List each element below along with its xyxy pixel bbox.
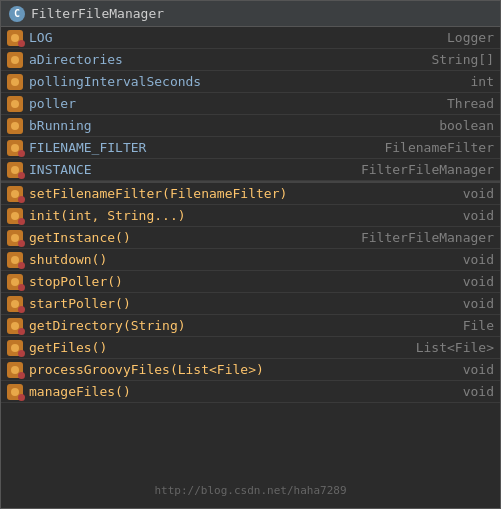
method-return-type: void xyxy=(463,384,494,399)
class-icon: C xyxy=(9,6,25,22)
list-item[interactable]: LOGLogger xyxy=(1,27,500,49)
member-type: FilterFileManager xyxy=(361,162,494,177)
method-name: manageFiles() xyxy=(29,384,455,399)
method-icon xyxy=(7,362,23,378)
list-item[interactable]: setFilenameFilter(FilenameFilter)void xyxy=(1,183,500,205)
method-return-type: void xyxy=(463,208,494,223)
list-item[interactable]: INSTANCEFilterFileManager xyxy=(1,159,500,181)
list-item[interactable]: pollingIntervalSecondsint xyxy=(1,71,500,93)
member-name: INSTANCE xyxy=(29,162,353,177)
method-return-type: void xyxy=(463,362,494,377)
method-icon xyxy=(7,318,23,334)
member-type: Thread xyxy=(447,96,494,111)
method-name: startPoller() xyxy=(29,296,455,311)
list-item[interactable]: init(int, String...)void xyxy=(1,205,500,227)
method-name: getInstance() xyxy=(29,230,353,245)
method-name: shutdown() xyxy=(29,252,455,267)
field-icon xyxy=(7,162,23,178)
method-icon xyxy=(7,186,23,202)
list-item[interactable]: shutdown()void xyxy=(1,249,500,271)
method-icon xyxy=(7,384,23,400)
method-name: getDirectory(String) xyxy=(29,318,455,333)
method-icon xyxy=(7,208,23,224)
members-list: LOGLoggeraDirectoriesString[]pollingInte… xyxy=(1,27,500,403)
list-item[interactable]: pollerThread xyxy=(1,93,500,115)
method-return-type: List<File> xyxy=(416,340,494,355)
member-name: LOG xyxy=(29,30,439,45)
field-icon xyxy=(7,140,23,156)
member-type: FilenameFilter xyxy=(384,140,494,155)
window-title: FilterFileManager xyxy=(31,6,164,21)
list-item[interactable]: processGroovyFiles(List<File>)void xyxy=(1,359,500,381)
member-name: aDirectories xyxy=(29,52,423,67)
title-bar: C FilterFileManager xyxy=(1,1,500,27)
member-type: int xyxy=(471,74,494,89)
method-name: stopPoller() xyxy=(29,274,455,289)
method-icon xyxy=(7,296,23,312)
field-icon xyxy=(7,96,23,112)
list-item[interactable]: stopPoller()void xyxy=(1,271,500,293)
watermark: http://blog.csdn.net/haha7289 xyxy=(154,484,346,497)
member-type: boolean xyxy=(439,118,494,133)
member-name: FILENAME_FILTER xyxy=(29,140,376,155)
member-type: Logger xyxy=(447,30,494,45)
method-return-type: void xyxy=(463,274,494,289)
method-name: processGroovyFiles(List<File>) xyxy=(29,362,455,377)
member-name: bRunning xyxy=(29,118,431,133)
method-icon xyxy=(7,252,23,268)
method-return-type: void xyxy=(463,252,494,267)
list-item[interactable]: aDirectoriesString[] xyxy=(1,49,500,71)
member-type: String[] xyxy=(431,52,494,67)
list-item[interactable]: getDirectory(String)File xyxy=(1,315,500,337)
list-item[interactable]: manageFiles()void xyxy=(1,381,500,403)
method-name: getFiles() xyxy=(29,340,408,355)
field-icon xyxy=(7,52,23,68)
field-icon xyxy=(7,30,23,46)
method-icon xyxy=(7,274,23,290)
list-item[interactable]: getInstance()FilterFileManager xyxy=(1,227,500,249)
method-return-type: void xyxy=(463,296,494,311)
member-name: pollingIntervalSeconds xyxy=(29,74,463,89)
list-item[interactable]: bRunningboolean xyxy=(1,115,500,137)
method-icon xyxy=(7,340,23,356)
filter-file-manager-window: C FilterFileManager LOGLoggeraDirectorie… xyxy=(0,0,501,509)
method-return-type: File xyxy=(463,318,494,333)
field-icon xyxy=(7,74,23,90)
member-name: poller xyxy=(29,96,439,111)
method-name: setFilenameFilter(FilenameFilter) xyxy=(29,186,455,201)
list-item[interactable]: FILENAME_FILTERFilenameFilter xyxy=(1,137,500,159)
list-item[interactable]: startPoller()void xyxy=(1,293,500,315)
field-icon xyxy=(7,118,23,134)
list-item[interactable]: getFiles()List<File> xyxy=(1,337,500,359)
method-return-type: FilterFileManager xyxy=(361,230,494,245)
method-return-type: void xyxy=(463,186,494,201)
method-icon xyxy=(7,230,23,246)
method-name: init(int, String...) xyxy=(29,208,455,223)
